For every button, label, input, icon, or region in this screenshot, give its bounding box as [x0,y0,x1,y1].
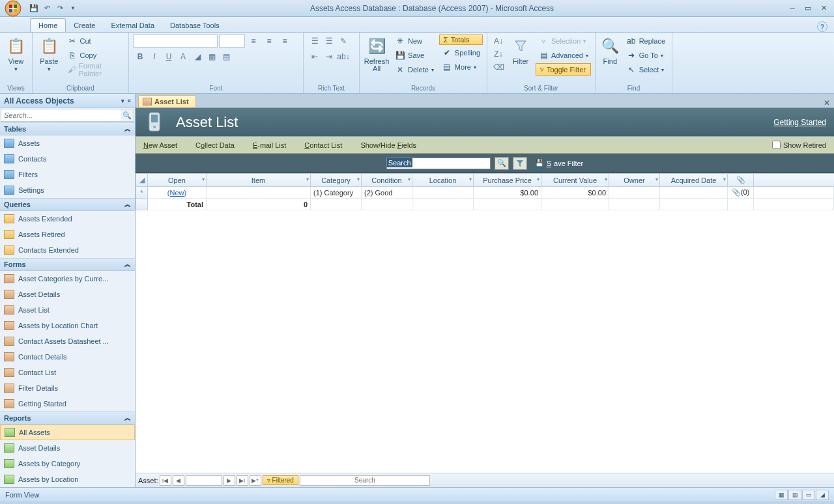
collapse-icon[interactable]: « [127,97,131,104]
numbering-icon[interactable]: ☰ [322,35,336,48]
new-record-nav-button[interactable]: ▶* [250,475,261,486]
copy-button[interactable]: ⎘Copy [65,49,124,62]
nav-item-report[interactable]: Assets by Location [0,471,135,487]
col-purchase-price[interactable]: Purchase Price▾ [474,174,541,187]
next-record-button[interactable]: ▶ [223,475,235,486]
cell-category[interactable]: (1) Category [311,187,362,199]
tab-external-data[interactable]: External Data [103,19,162,32]
first-record-button[interactable]: I◀ [160,475,171,486]
show-retired-checkbox[interactable] [772,141,781,149]
show-hide-fields-link[interactable]: Show/Hide Fields [360,141,416,149]
chevron-down-icon[interactable]: ▾ [723,176,726,182]
decrease-indent-icon[interactable]: ⇤ [308,50,322,63]
clear-sort-icon[interactable]: ⌫ [491,61,506,74]
new-record-button[interactable]: ✳New [392,35,437,48]
nav-item-form[interactable]: Asset Categories by Curre... [0,271,135,287]
section-tables[interactable]: Tables︽ [0,122,135,135]
nav-item-report[interactable]: Assets by Category [0,456,135,471]
nav-item-form[interactable]: Contact List [0,365,135,380]
align-center-icon[interactable]: ≡ [262,35,276,48]
delete-record-button[interactable]: ✕Delete ▾ [392,63,437,76]
nav-item-form[interactable]: Asset List [0,302,135,318]
chevron-down-icon[interactable]: ▾ [469,176,472,182]
maximize-button[interactable]: ▭ [801,4,814,13]
chevron-down-icon[interactable]: ▾ [655,176,658,182]
nav-item-form[interactable]: Assets by Location Chart [0,318,135,333]
nav-item-form[interactable]: Contact Details [0,349,135,365]
select-button[interactable]: ↖Select ▾ [624,63,668,76]
font-size-combo[interactable] [219,35,245,48]
recnav-search-input[interactable] [300,475,430,486]
search-icon[interactable]: 🔍 [121,109,134,121]
nav-item-report[interactable]: All Assets [0,425,135,440]
selection-button[interactable]: ▿Selection ▾ [536,35,591,48]
collect-data-link[interactable]: Collect Data [195,141,235,149]
nav-item-assets-retired[interactable]: Assets Retired [0,227,135,242]
align-left-icon[interactable]: ≡ [246,35,261,48]
nav-item-settings[interactable]: Settings [0,182,135,198]
view-layout-button[interactable]: ▭ [802,490,815,500]
col-location[interactable]: Location▾ [412,174,474,187]
new-link[interactable]: (New) [167,189,186,197]
col-condition[interactable]: Condition▾ [362,174,412,187]
view-design-button[interactable]: ◢ [816,490,829,500]
col-item[interactable]: Item▾ [207,174,311,187]
increase-indent-icon[interactable]: ⇥ [322,50,336,63]
advanced-button[interactable]: ▤Advanced ▾ [536,49,591,62]
alt-fill-icon[interactable]: ▤ [219,50,233,63]
cut-button[interactable]: ✂Cut [65,35,124,48]
view-form-button[interactable]: ▦ [775,490,788,500]
section-forms[interactable]: Forms︽ [0,258,135,271]
refresh-all-button[interactable]: 🔄Refresh All [364,35,390,72]
col-category[interactable]: Category▾ [311,174,362,187]
cell-acquired[interactable] [660,187,728,199]
tab-database-tools[interactable]: Database Tools [162,19,227,32]
filter-button[interactable]: Filter [508,35,533,65]
search-go-button[interactable]: 🔍 [495,157,509,170]
replace-button[interactable]: abReplace [624,35,668,48]
new-asset-link[interactable]: New Asset [143,141,177,149]
spelling-button[interactable]: ✔Spelling [439,46,483,59]
chevron-down-icon[interactable]: ▾ [306,176,309,182]
section-queries[interactable]: Queries︽ [0,198,135,211]
toggle-filter-button[interactable]: ▿Toggle Filter [536,63,591,76]
minimize-button[interactable]: ─ [786,4,799,13]
cell-owner[interactable] [609,187,660,199]
underline-icon[interactable]: U [162,50,176,63]
nav-item-form[interactable]: Asset Details [0,287,135,302]
goto-button[interactable]: ➜Go To ▾ [624,49,668,62]
nav-item-form[interactable]: Getting Started [0,396,135,412]
chevron-down-icon[interactable]: ▾ [605,176,607,182]
col-owner[interactable]: Owner▾ [609,174,660,187]
nav-item-form[interactable]: Filter Details [0,380,135,396]
new-row[interactable]: * (New) (1) Category (2) Good $0.00 $0.0… [136,187,834,199]
chevron-down-icon[interactable]: ▾ [408,176,410,182]
nav-header[interactable]: All Access Objects▾« [0,94,135,108]
format-painter-button[interactable]: 🖌Format Painter [65,63,124,76]
close-button[interactable]: ✕ [817,4,830,13]
nav-search-input[interactable] [1,109,121,121]
chevron-down-icon[interactable]: ▾ [537,176,539,182]
nav-item-contacts[interactable]: Contacts [0,151,135,167]
bullets-icon[interactable]: ☰ [308,35,322,48]
doc-tab-asset-list[interactable]: Asset List [138,95,196,107]
nav-item-filters[interactable]: Filters [0,167,135,182]
highlight-icon[interactable]: ✎ [336,35,351,48]
help-icon[interactable]: ? [817,21,827,32]
undo-icon[interactable]: ↶ [42,3,52,14]
view-datasheet-button[interactable]: ▤ [788,490,801,500]
totals-button[interactable]: ΣTotals [439,35,483,45]
cell-attach[interactable]: 📎(0) [728,187,754,199]
sort-asc-icon[interactable]: A↓ [491,35,506,48]
gridlines-icon[interactable]: ▦ [205,50,219,63]
italic-icon[interactable]: I [147,50,162,63]
cell-purchase[interactable]: $0.00 [474,187,541,199]
font-name-combo[interactable] [133,35,218,48]
cell-item[interactable] [207,187,311,199]
tab-create[interactable]: Create [66,19,103,32]
filtered-indicator[interactable]: ▿Filtered [263,475,298,485]
contact-list-link[interactable]: Contact List [304,141,342,149]
nav-item-assets[interactable]: Assets [0,135,135,151]
more-button[interactable]: ▤More ▾ [439,61,483,74]
chevron-down-icon[interactable]: ▾ [202,176,205,182]
